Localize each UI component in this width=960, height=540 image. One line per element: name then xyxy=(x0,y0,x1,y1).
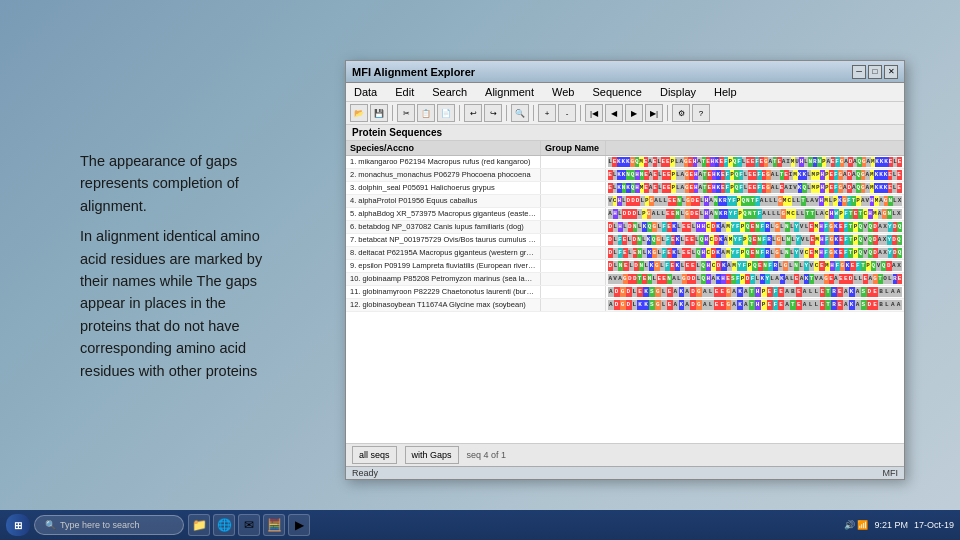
copy-button[interactable]: 📋 xyxy=(417,104,435,122)
separator-4 xyxy=(533,105,534,121)
sequence-table: Species/Accno Group Name 1. mikangaroo P… xyxy=(346,141,904,443)
app-window: MFI Alignment Explorer ─ □ ✕ Data Edit S… xyxy=(345,60,905,480)
table-row[interactable]: 12. globinasoybean T11674A Glycine max (… xyxy=(346,299,904,312)
menu-alignment[interactable]: Alignment xyxy=(481,85,538,99)
bottom-bar: all seqs with Gaps seq 4 of 1 xyxy=(346,443,904,466)
taskbar-right: 🔊 📶 9:21 PM 17-Oct-19 xyxy=(844,520,954,530)
species-name: 8. deltacat P62195A Macropus giganteus (… xyxy=(346,247,541,259)
help-button[interactable]: ? xyxy=(692,104,710,122)
table-row[interactable]: 3. dolphin_seal P05691 Halichoerus grypu… xyxy=(346,182,904,195)
group-name xyxy=(541,247,606,259)
menu-display[interactable]: Display xyxy=(656,85,700,99)
taskbar-app-icons: 📁 🌐 ✉ 🧮 ▶ xyxy=(188,514,310,536)
group-name xyxy=(541,273,606,285)
cut-button[interactable]: ✂ xyxy=(397,104,415,122)
with-gaps-button[interactable]: with Gaps xyxy=(405,446,459,464)
status-left: Ready xyxy=(352,468,378,478)
title-bar: MFI Alignment Explorer ─ □ ✕ xyxy=(346,61,904,83)
group-name xyxy=(541,234,606,246)
table-row[interactable]: 4. alphaProtol P01956 Equus caballusVCHL… xyxy=(346,195,904,208)
content-area: Protein Sequences Species/Accno Group Na… xyxy=(346,125,904,443)
status-bar: Ready MFI xyxy=(346,466,904,479)
menu-edit[interactable]: Edit xyxy=(391,85,418,99)
minimize-button[interactable]: ─ xyxy=(852,65,866,79)
menu-help[interactable]: Help xyxy=(710,85,741,99)
menu-data[interactable]: Data xyxy=(350,85,381,99)
search-bar[interactable]: 🔍 Type here to search xyxy=(34,515,184,535)
window-title: MFI Alignment Explorer xyxy=(352,66,475,78)
zoom-out-button[interactable]: - xyxy=(558,104,576,122)
toolbar: 📂 💾 ✂ 📋 📄 ↩ ↪ 🔍 + - |◀ ◀ ▶ ▶| xyxy=(346,102,904,125)
taskbar-mail-icon[interactable]: ✉ xyxy=(238,514,260,536)
system-tray: 🔊 📶 xyxy=(844,520,869,530)
amino-acid-sequence: ELKKNQHNEAELEEPLAGEHATEHKEFPQFLEEFEGALTE… xyxy=(606,169,904,181)
menu-bar: Data Edit Search Alignment Web Sequence … xyxy=(346,83,904,102)
taskbar-browser-icon[interactable]: 🌐 xyxy=(213,514,235,536)
table-row[interactable]: 2. monachus_monachus P06279 Phocoena pho… xyxy=(346,169,904,182)
menu-search[interactable]: Search xyxy=(428,85,471,99)
first-button[interactable]: |◀ xyxy=(585,104,603,122)
open-button[interactable]: 📂 xyxy=(350,104,368,122)
zoom-in-button[interactable]: + xyxy=(538,104,556,122)
search-placeholder: Type here to search xyxy=(60,520,140,530)
amino-acid-sequence: DLFELDNLKQGLFEKLEELQHCDKAMYFPQENFRLGLNLY… xyxy=(606,234,904,246)
taskbar-media-icon[interactable]: ▶ xyxy=(288,514,310,536)
all-seqs-button[interactable]: all seqs xyxy=(352,446,397,464)
taskbar: ⊞ 🔍 Type here to search 📁 🌐 ✉ 🧮 ▶ 🔊 📶 9:… xyxy=(0,510,960,540)
table-row[interactable]: 7. betabcat NP_001975729 Ovis/Bos taurus… xyxy=(346,234,904,247)
amino-acid-sequence: AHLDDDLPGALLEENLGDELHANKRYFPQNTFALLLGMCL… xyxy=(606,208,904,220)
species-name: 12. globinasoybean T11674A Glycine max (… xyxy=(346,299,541,311)
table-row[interactable]: 9. epsilon P09199 Lampreta fluviatilis (… xyxy=(346,260,904,273)
group-name xyxy=(541,195,606,207)
slide-paragraph-1: The appearance of gaps represents comple… xyxy=(80,150,280,217)
table-row[interactable]: 8. deltacat P62195A Macropus giganteus (… xyxy=(346,247,904,260)
separator-2 xyxy=(459,105,460,121)
table-row[interactable]: 1. mikangaroo P62194 Macropus rufus (red… xyxy=(346,156,904,169)
group-name xyxy=(541,169,606,181)
menu-sequence[interactable]: Sequence xyxy=(588,85,646,99)
taskbar-explorer-icon[interactable]: 📁 xyxy=(188,514,210,536)
maximize-button[interactable]: □ xyxy=(868,65,882,79)
table-row[interactable]: 6. betabdog NP_037082 Canis lupus famili… xyxy=(346,221,904,234)
sequence-rows-container: 1. mikangaroo P62194 Macropus rufus (red… xyxy=(346,156,904,312)
menu-web[interactable]: Web xyxy=(548,85,578,99)
close-button[interactable]: ✕ xyxy=(884,65,898,79)
group-name xyxy=(541,221,606,233)
table-row[interactable]: 10. globinaamp P85208 Petromyzon marinus… xyxy=(346,273,904,286)
prev-button[interactable]: ◀ xyxy=(605,104,623,122)
text-panel: The appearance of gaps represents comple… xyxy=(30,130,310,411)
amino-acid-sequence: ADGDLKKSGLEAKADGALEEGAKATHPEFEATEALLETRE… xyxy=(606,299,904,311)
group-name xyxy=(541,208,606,220)
redo-button[interactable]: ↪ xyxy=(484,104,502,122)
table-row[interactable]: 5. alphaBdog XR_573975 Macropus giganteu… xyxy=(346,208,904,221)
group-name xyxy=(541,182,606,194)
taskbar-calc-icon[interactable]: 🧮 xyxy=(263,514,285,536)
slide-paragraph-2: In alignment identical amino acid residu… xyxy=(80,225,280,382)
start-button[interactable]: ⊞ xyxy=(6,514,30,536)
last-button[interactable]: ▶| xyxy=(645,104,663,122)
species-name: 1. mikangaroo P62194 Macropus rufus (red… xyxy=(346,156,541,168)
group-name xyxy=(541,260,606,272)
amino-acid-sequence: DLHLDNLKQGLFEKLEELHHCDKAMYFPQENFRLGLNLYV… xyxy=(606,221,904,233)
species-name: 11. globinamyroon P82229 Chaetonotus lau… xyxy=(346,286,541,298)
table-row[interactable]: 11. globinamyroon P82229 Chaetonotus lau… xyxy=(346,286,904,299)
title-bar-controls: ─ □ ✕ xyxy=(852,65,898,79)
window-area: MFI Alignment Explorer ─ □ ✕ Data Edit S… xyxy=(310,60,930,480)
save-button[interactable]: 💾 xyxy=(370,104,388,122)
undo-button[interactable]: ↩ xyxy=(464,104,482,122)
settings-button[interactable]: ⚙ xyxy=(672,104,690,122)
amino-acid-sequence: AVAGDDTENLEENALGDDLQHAKHESFPDFLKYLAKALEA… xyxy=(606,273,904,285)
amino-acid-sequence: ADGDLEKSGLEAKADGALEEGAKATHPEFEABEALLETRE… xyxy=(606,286,904,298)
group-name xyxy=(541,299,606,311)
windows-icon: ⊞ xyxy=(14,520,22,531)
find-button[interactable]: 🔍 xyxy=(511,104,529,122)
group-name xyxy=(541,286,606,298)
next-button[interactable]: ▶ xyxy=(625,104,643,122)
species-column-header: Species/Accno xyxy=(346,141,541,155)
species-name: 9. epsilon P09199 Lampreta fluviatilis (… xyxy=(346,260,541,272)
group-name xyxy=(541,156,606,168)
species-name: 6. betabdog NP_037082 Canis lupus famili… xyxy=(346,221,541,233)
paste-button[interactable]: 📄 xyxy=(437,104,455,122)
separator-3 xyxy=(506,105,507,121)
amino-acid-sequence: DLNELDNLKGLFEKLEELQHCDKAMYFPQENFRLGLNLYV… xyxy=(606,260,904,272)
